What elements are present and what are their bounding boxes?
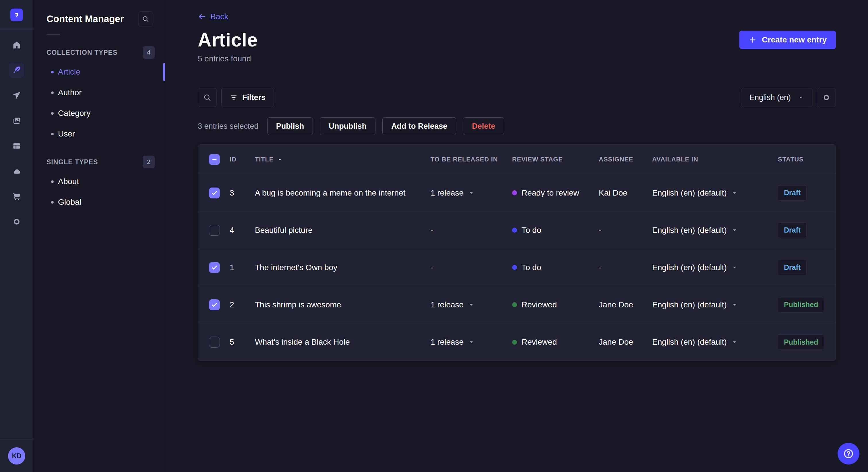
- strapi-logo[interactable]: [10, 9, 23, 21]
- cell-review-stage: Ready to review: [512, 189, 599, 198]
- settings-icon[interactable]: [9, 214, 24, 229]
- cell-release-dropdown[interactable]: -: [431, 263, 512, 272]
- cell-assignee: Kai Doe: [599, 189, 652, 198]
- sidebar-item-author[interactable]: Author: [33, 82, 165, 103]
- cloud-icon[interactable]: [9, 164, 24, 179]
- cell-available-in-dropdown[interactable]: English (en) (default): [652, 300, 778, 309]
- chevron-down-icon: [468, 339, 474, 345]
- chevron-down-icon: [468, 190, 474, 196]
- cell-review-stage: To do: [512, 263, 599, 272]
- status-badge: Draft: [778, 260, 807, 275]
- sidebar-item-article[interactable]: Article: [33, 62, 165, 82]
- cell-available-in-dropdown[interactable]: English (en) (default): [652, 226, 778, 235]
- row-checkbox[interactable]: [209, 188, 220, 198]
- select-all-checkbox[interactable]: [209, 154, 220, 165]
- indeterminate-dash-icon: [211, 156, 218, 163]
- table-search-button[interactable]: [198, 88, 217, 107]
- filters-button[interactable]: Filters: [221, 88, 274, 107]
- cell-title: The internet's Own boy: [255, 263, 431, 272]
- back-link[interactable]: Back: [198, 12, 228, 21]
- status-badge: Draft: [778, 185, 807, 201]
- cell-release-dropdown[interactable]: 1 release: [431, 189, 512, 198]
- sort-ascending-icon: [277, 157, 283, 162]
- cell-review-stage: Reviewed: [512, 338, 599, 347]
- marketplace-icon[interactable]: [9, 189, 24, 204]
- cell-title: Beautiful picture: [255, 226, 431, 235]
- sidebar-item-category[interactable]: Category: [33, 103, 165, 124]
- rail-divider: [0, 29, 33, 30]
- column-header-id: ID: [229, 156, 255, 163]
- check-icon: [211, 189, 218, 197]
- row-checkbox[interactable]: [209, 299, 220, 310]
- bullet-icon: [51, 71, 54, 73]
- question-mark-icon: [843, 448, 854, 460]
- chevron-down-icon: [798, 94, 804, 101]
- media-library-icon[interactable]: [9, 113, 24, 128]
- publish-button[interactable]: Publish: [267, 117, 313, 135]
- section-label-collection-types: COLLECTION TYPES: [46, 49, 117, 57]
- chevron-down-icon: [732, 302, 738, 308]
- sidebar-divider: [46, 34, 60, 35]
- cell-review-stage: To do: [512, 226, 599, 235]
- cell-title: What's inside a Black Hole: [255, 338, 431, 347]
- locale-select[interactable]: English (en): [741, 88, 812, 107]
- content-type-builder-icon[interactable]: [9, 138, 24, 154]
- row-checkbox[interactable]: [209, 262, 220, 273]
- table-body: 3 A bug is becoming a meme on the intern…: [198, 174, 836, 361]
- active-indicator: [163, 63, 165, 81]
- chevron-down-icon: [468, 302, 474, 308]
- sidebar-search-button[interactable]: [138, 11, 153, 26]
- chevron-down-icon: [732, 339, 738, 345]
- cell-available-in-dropdown[interactable]: English (en) (default): [652, 338, 778, 347]
- bullet-icon: [51, 92, 54, 94]
- cell-assignee: -: [599, 263, 652, 272]
- cell-available-in-dropdown[interactable]: English (en) (default): [652, 189, 778, 198]
- check-icon: [211, 264, 218, 271]
- app-root: KD Content Manager COLLECTION TYPES 4 Ar…: [0, 0, 868, 472]
- create-new-entry-button[interactable]: Create new entry: [739, 31, 836, 49]
- table-row[interactable]: 1 The internet's Own boy - To do - Engli…: [198, 249, 836, 286]
- row-checkbox[interactable]: [209, 337, 220, 347]
- gear-icon: [822, 93, 831, 102]
- cell-available-in-dropdown[interactable]: English (en) (default): [652, 263, 778, 272]
- stage-dot-icon: [512, 340, 517, 345]
- status-badge: Published: [778, 334, 824, 350]
- cell-id: 1: [229, 263, 255, 272]
- sidebar-item-about[interactable]: About: [33, 171, 165, 192]
- stage-dot-icon: [512, 191, 517, 195]
- cell-release-dropdown[interactable]: -: [431, 226, 512, 235]
- cell-release-dropdown[interactable]: 1 release: [431, 300, 512, 309]
- view-settings-button[interactable]: [817, 88, 836, 107]
- search-icon: [203, 93, 212, 102]
- chevron-down-icon: [732, 190, 738, 196]
- row-checkbox[interactable]: [209, 225, 220, 236]
- main-nav-rail: KD: [0, 0, 33, 472]
- cell-id: 5: [229, 338, 255, 347]
- table-row[interactable]: 2 This shrimp is awesome 1 release Revie…: [198, 286, 836, 324]
- status-badge: Draft: [778, 223, 807, 238]
- sidebar-item-user[interactable]: User: [33, 124, 165, 144]
- add-to-release-button[interactable]: Add to Release: [382, 117, 456, 135]
- content-manager-icon[interactable]: [9, 63, 24, 78]
- single-types-section: SINGLE TYPES 2 About Global: [33, 156, 165, 212]
- unpublish-button[interactable]: Unpublish: [320, 117, 375, 135]
- column-header-title[interactable]: TITLE: [255, 156, 431, 163]
- home-icon[interactable]: [9, 38, 24, 53]
- collection-types-count-badge: 4: [143, 46, 155, 59]
- user-avatar[interactable]: KD: [8, 447, 25, 465]
- table-row[interactable]: 5 What's inside a Black Hole 1 release R…: [198, 324, 836, 361]
- sidebar-item-global[interactable]: Global: [33, 192, 165, 212]
- column-header-available-in: AVAILABLE IN: [652, 156, 778, 163]
- cell-review-stage: Reviewed: [512, 300, 599, 309]
- table-row[interactable]: 3 A bug is becoming a meme on the intern…: [198, 174, 836, 212]
- bullet-icon: [51, 180, 54, 183]
- releases-icon[interactable]: [9, 88, 24, 103]
- delete-button[interactable]: Delete: [463, 117, 504, 135]
- help-button[interactable]: [838, 443, 859, 465]
- chevron-down-icon: [732, 264, 738, 271]
- avatar-initials: KD: [12, 452, 21, 460]
- table-row[interactable]: 4 Beautiful picture - To do - English (e…: [198, 212, 836, 249]
- chevron-down-icon: [732, 227, 738, 233]
- cell-release-dropdown[interactable]: 1 release: [431, 338, 512, 347]
- collection-types-section: COLLECTION TYPES 4 Article Author Catego…: [33, 46, 165, 144]
